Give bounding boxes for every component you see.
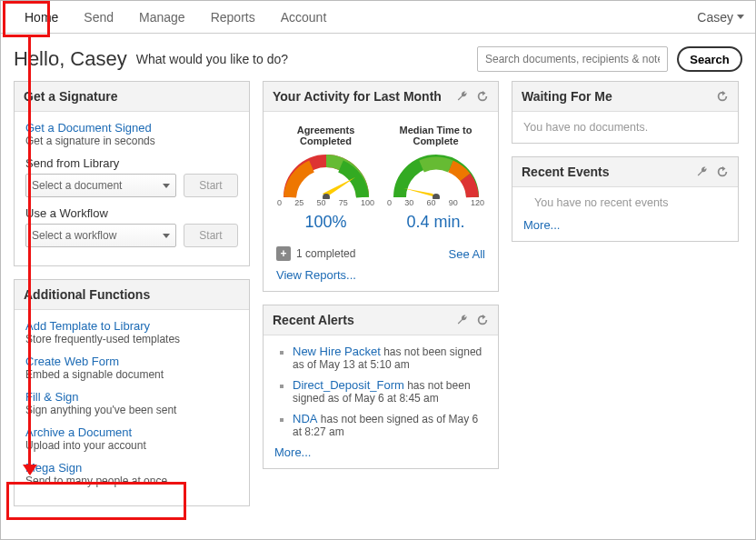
refresh-icon[interactable] (716, 165, 729, 178)
gauge2-value: 0.4 min. (383, 213, 488, 232)
nav-account[interactable]: Account (268, 1, 340, 33)
workflow-select[interactable]: Select a workflow (25, 224, 176, 247)
greeting: Hello, Casey (14, 47, 127, 71)
panel-title: Recent Events (522, 165, 609, 179)
search-button[interactable]: Search (677, 46, 742, 72)
chevron-down-icon (163, 184, 170, 188)
see-all-link[interactable]: See All (449, 247, 485, 261)
waiting-empty: You have no documents. (523, 121, 727, 134)
alert-row: NDA has not been signed as of May 6 at 8… (293, 412, 487, 438)
alert-link[interactable]: Direct_Deposit_Form (293, 378, 404, 392)
panel-title: Additional Functions (24, 287, 150, 302)
refresh-icon[interactable] (716, 90, 729, 103)
user-name: Casey (697, 10, 733, 25)
completed-text: 1 completed (296, 247, 355, 260)
wrench-icon[interactable] (696, 165, 709, 178)
panel-activity: Your Activity for Last Month Agreements … (263, 81, 499, 292)
chevron-down-icon (163, 234, 170, 238)
panel-alerts: Recent Alerts New Hire Packet has not be… (263, 305, 499, 469)
wrench-icon[interactable] (456, 90, 469, 103)
fill-sign-link[interactable]: Fill & Sign (25, 390, 238, 404)
gauge2-chart (391, 152, 482, 199)
nav-send[interactable]: Send (71, 1, 126, 33)
panel-title: Waiting For Me (522, 89, 612, 104)
gauge1-title: Agreements Completed (274, 125, 378, 146)
view-reports-link[interactable]: View Reports... (271, 268, 491, 285)
search-input[interactable] (477, 46, 668, 72)
alert-link[interactable]: New Hire Packet (293, 345, 381, 358)
nav-reports[interactable]: Reports (198, 1, 268, 33)
get-doc-signed-sub: Get a signature in seconds (25, 135, 238, 147)
panel-title: Your Activity for Last Month (273, 89, 442, 104)
gauge1-value: 100% (274, 213, 378, 232)
gauge2-title: Median Time to Complete (383, 125, 488, 146)
user-menu[interactable]: Casey (697, 10, 744, 25)
panel-waiting: Waiting For Me You have no documents. (512, 81, 739, 144)
panel-title: Get a Signature (24, 89, 117, 104)
workflow-label: Use a Workflow (25, 206, 238, 220)
caret-down-icon (737, 15, 744, 19)
library-select[interactable]: Select a document (25, 174, 176, 197)
nav-home[interactable]: Home (12, 1, 71, 33)
panel-get-signature: Get a Signature Get a Document Signed Ge… (14, 81, 250, 266)
panel-events: Recent Events You have no recent events … (512, 156, 739, 242)
plus-icon: + (276, 246, 291, 261)
create-web-form-link[interactable]: Create Web Form (25, 355, 238, 368)
prompt-text: What would you like to do? (136, 52, 288, 66)
top-nav: Home Send Manage Reports Account Casey (1, 1, 755, 34)
wrench-icon[interactable] (456, 314, 469, 326)
sub-header: Hello, Casey What would you like to do? … (1, 34, 755, 81)
get-doc-signed-link[interactable]: Get a Document Signed (25, 121, 238, 135)
archive-doc-link[interactable]: Archive a Document (25, 425, 238, 439)
alert-row: New Hire Packet has not been signed as o… (293, 345, 487, 371)
library-start-button[interactable]: Start (184, 174, 238, 197)
refresh-icon[interactable] (476, 314, 489, 326)
alert-row: Direct_Deposit_Form has not been signed … (293, 378, 487, 405)
panel-additional: Additional Functions Add Template to Lib… (14, 279, 250, 506)
events-empty: You have no recent events (523, 196, 727, 209)
panel-title: Recent Alerts (273, 313, 354, 327)
alert-link[interactable]: NDA (293, 412, 317, 425)
workflow-start-button[interactable]: Start (184, 224, 238, 247)
refresh-icon[interactable] (476, 90, 489, 103)
nav-manage[interactable]: Manage (126, 1, 198, 33)
send-from-library-label: Send from Library (25, 156, 238, 170)
mega-sign-link[interactable]: Mega Sign (25, 461, 238, 475)
add-template-link[interactable]: Add Template to Library (25, 319, 238, 333)
alerts-more-link[interactable]: More... (274, 445, 487, 459)
gauge1-chart (281, 152, 372, 199)
events-more-link[interactable]: More... (523, 218, 727, 232)
svg-marker-2 (403, 188, 436, 197)
